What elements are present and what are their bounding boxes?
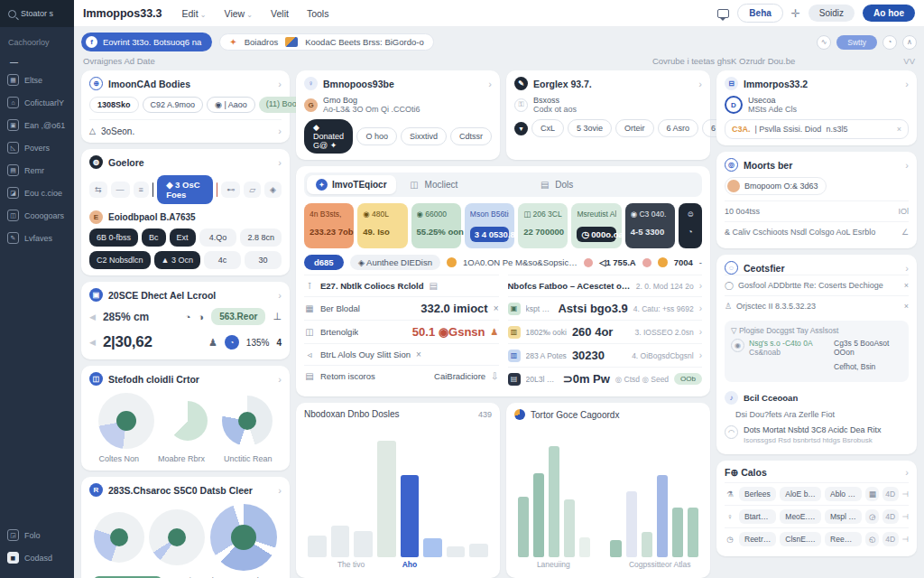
calos-cell[interactable]: Ablo Fols: [825, 487, 862, 501]
toolbar-primary-pill[interactable]: f Eovrint 3t3o. Botsuoq6 na: [81, 33, 212, 51]
ghost-button[interactable]: 6 Asro: [658, 119, 699, 137]
moorts-row2[interactable]: & Caliv Cschioots Nsdl Colsgo AoL Esrblo…: [725, 221, 909, 242]
calos-row[interactable]: ♀ Btartneo MeoE.52t6 Mspl Bok ◶ 4D ⊣: [725, 505, 909, 527]
chip[interactable]: C92 A.9moo: [143, 97, 204, 113]
list-row[interactable]: ▤ Retom iscoros CaiBradiciore ⇩: [304, 365, 499, 387]
list-row[interactable]: ▣ kspt 85 ossorf 22 Astsi bgo3.9 4. Catu…: [508, 296, 703, 320]
chevron-right-icon[interactable]: ›: [905, 79, 909, 89]
comment-icon[interactable]: [717, 9, 729, 18]
sidebar-item[interactable]: ◫ Cooogoars: [0, 204, 74, 227]
clock-icon-button[interactable]: ◔: [882, 35, 897, 50]
chevron-right-icon[interactable]: ›: [278, 485, 282, 496]
calos-header[interactable]: F⊕ Calos ›: [725, 467, 909, 478]
bar[interactable]: [423, 538, 442, 557]
list-row[interactable]: ◫ Brtenolgik 50.1 ◉Gsnsn ♟: [304, 320, 499, 343]
bar[interactable]: [610, 540, 621, 557]
list-row[interactable]: Nbofcs Fatboo – ACesctet os % 92.7 2. 0.…: [508, 275, 703, 296]
row-trailing[interactable]: ›: [699, 350, 702, 360]
remove-icon[interactable]: ×: [904, 281, 909, 290]
bar[interactable]: [469, 544, 488, 557]
action-button[interactable]: Ext: [170, 228, 196, 247]
calos-cell[interactable]: Btartneo: [739, 509, 776, 524]
expand-icon[interactable]: ⊣: [902, 535, 909, 544]
remove-icon[interactable]: ×: [904, 302, 909, 311]
action-button[interactable]: 4.Qo: [199, 228, 237, 247]
stat-tile[interactable]: ⊜ ◔: [679, 203, 702, 248]
ghost-button[interactable]: Orteir: [615, 119, 654, 137]
bcil-row[interactable]: ♪ Bcil Cceooan: [725, 387, 909, 407]
clock-badge-icon[interactable]: ◔: [225, 335, 239, 350]
row-trailing[interactable]: OOb: [674, 373, 702, 385]
stat-tile[interactable]: ◉ 480L 49. Iso: [357, 203, 407, 248]
ceotsfier-row2[interactable]: ♙ Orjsctec II 8.3.5.32.23 ×: [725, 295, 909, 316]
list-row[interactable]: ▥ 1802‰ ooki 260 4or 3. IOSSEO 2.0sn ›: [508, 320, 703, 343]
stat-tile[interactable]: 4n B3sts, 233.23 7ob: [304, 203, 354, 248]
bar[interactable]: [401, 475, 420, 557]
calos-row[interactable]: ◷ Reetroo ClsnE.3&06 ReeSMiot ◵ 4D ⊣: [725, 527, 909, 550]
search-field[interactable]: C3A. | Psvlla Ssisi. Diod n.s3l5 ×: [725, 119, 909, 139]
aunthee-chip[interactable]: ◈ Aunthee DIEDisn: [350, 255, 440, 270]
eorglex-header[interactable]: ✎ Eorglex 93.7. ›: [514, 77, 702, 90]
bar-plot[interactable]: [304, 419, 492, 557]
row-trailing-icon[interactable]: ⇩: [491, 371, 498, 381]
calos-cell[interactable]: ReeSMiot: [825, 532, 862, 546]
down-circle-button[interactable]: ▾: [514, 122, 528, 135]
action-button[interactable]: ▲ 3 Ocn: [154, 251, 200, 269]
pies1-header[interactable]: ◫ Stefodh cloidli Crtor ›: [89, 372, 282, 386]
bar[interactable]: [308, 536, 327, 557]
anchor-icon[interactable]: ⊥: [273, 311, 282, 322]
action-button[interactable]: 2.8 8cn: [240, 228, 282, 247]
reor-chip[interactable]: 563.Reor: [211, 308, 265, 325]
collapse-icon-button[interactable]: ∧: [902, 35, 917, 50]
dots-note[interactable]: ◠ Dots Mortat Nsbtd 3C8 Acidc Dea Ritx I…: [725, 422, 909, 448]
bar[interactable]: [688, 508, 698, 557]
immorpos-header[interactable]: ⊟ Immorpos33.2 ›: [725, 77, 909, 90]
action-button[interactable]: 6B 0-fbss: [89, 228, 138, 247]
segment-button[interactable]: ◈: [264, 182, 282, 198]
sidebar-item[interactable]: ▤ Remr: [0, 159, 74, 182]
list-row[interactable]: ▥ 283 A Potes 30230 4. OiBogsdCbgsnl ›: [508, 343, 703, 367]
bar[interactable]: [533, 473, 544, 557]
sidebar-item[interactable]: ▦ Eltse: [0, 69, 74, 91]
tab-mocliect[interactable]: ◫ Mocliect: [400, 175, 467, 194]
wave-icon-button[interactable]: ∿: [817, 35, 831, 50]
chevron-right-icon[interactable]: ›: [905, 160, 909, 171]
donut-chart[interactable]: [94, 512, 144, 563]
row-trailing[interactable]: ›: [699, 327, 702, 337]
soidiz-button[interactable]: Soidiz: [808, 5, 855, 22]
calos-cell[interactable]: Berlees: [739, 487, 776, 501]
toolbar-chip-group[interactable]: ✦ Boiadros KoodaC Beets Brss: BiGordo-o: [219, 33, 433, 51]
dhect-header[interactable]: ▣ 20SCE Dhect Ael Lcrool ›: [89, 288, 282, 302]
list-row[interactable]: ◃ BtrL Alols Ouy Slitt Sion ×: [304, 343, 499, 365]
list-row[interactable]: ▤ 20L3l Beck Asro ⊃0m Pw ◎ Ctsd ◎ Seed O…: [508, 367, 703, 390]
imoon-subrow[interactable]: △ 3oSeon. ›: [89, 119, 282, 136]
bar[interactable]: [354, 531, 373, 557]
donut-chart[interactable]: [98, 393, 154, 449]
calos-row[interactable]: ⚗ Berlees AloE blos Ablo Fols ▦ 4D ⊣: [725, 482, 909, 505]
ceotsfier-header[interactable]: ◌ Ceotsfier ›: [725, 261, 909, 275]
action-button[interactable]: C2 Nobsdlcn: [89, 251, 151, 269]
chip[interactable]: ◉ | Aaoo: [207, 97, 255, 113]
list-row[interactable]: ▦ Ber Blodal 332.0 imioct ×: [304, 296, 499, 320]
expand-icon[interactable]: ⊣: [902, 512, 909, 521]
segment-button[interactable]: ▱: [244, 182, 261, 198]
row-trailing-icon[interactable]: ×: [494, 303, 499, 313]
sidebar-item[interactable]: ⌂ CofictuarlY: [0, 91, 74, 114]
menu-item[interactable]: Velit: [271, 8, 289, 19]
bar[interactable]: [447, 546, 466, 557]
stat-tile[interactable]: Msreutist Alsn ◷ 000o.oa: [571, 203, 621, 248]
donut-chart[interactable]: [168, 401, 208, 441]
row-trailing[interactable]: ›: [699, 303, 702, 313]
calos-cell[interactable]: Mspl Bok: [825, 509, 862, 524]
chevron-right-icon[interactable]: ›: [278, 79, 282, 89]
bar[interactable]: [579, 537, 590, 557]
stat-tile[interactable]: ◉ C3 040. 4-5 3300: [625, 203, 675, 248]
stat-tile[interactable]: ◫ 206 3CL) 22 700000: [518, 203, 568, 248]
calendar-icon[interactable]: ▦: [865, 487, 879, 501]
bar[interactable]: [626, 491, 637, 557]
chevron-right-icon[interactable]: ›: [488, 79, 492, 89]
sidebar-footer-item[interactable]: ◼ Codasd: [0, 546, 74, 569]
person-icon[interactable]: ♟: [208, 337, 217, 349]
sidebar-item[interactable]: ▣ Ean ,@o61: [0, 114, 74, 136]
bar[interactable]: [642, 532, 652, 557]
